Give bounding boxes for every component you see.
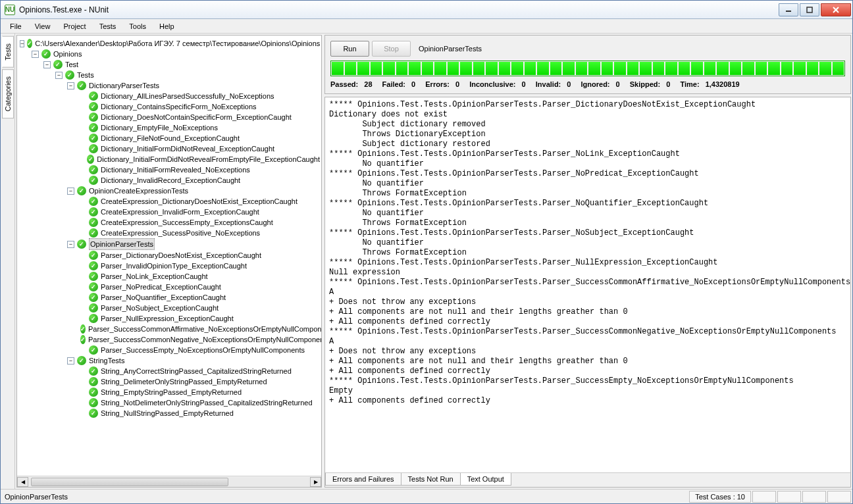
- expander-icon[interactable]: −: [32, 51, 39, 58]
- tree-node[interactable]: Parser_NoLink_ExceptionCaught: [79, 271, 320, 282]
- menu-tools[interactable]: Tools: [122, 21, 153, 32]
- stop-button[interactable]: Stop: [372, 41, 411, 57]
- tree-node[interactable]: Dictionary_InitialFormRevealed_NoExcepti…: [79, 164, 320, 175]
- tree-node[interactable]: −OpinionCreateExpressionTests: [67, 186, 320, 196]
- tree-node[interactable]: Parser_SuccessEmpty_NoExceptionsOrEmptyN…: [79, 345, 320, 355]
- tree-label[interactable]: Parser_DictionaryDoesNotExist_ExceptionC…: [101, 250, 261, 261]
- tree-node[interactable]: −DictionaryParserTests: [67, 80, 320, 91]
- scroll-thumb[interactable]: [31, 478, 228, 486]
- text-output[interactable]: ***** Opinions.Test.Tests.OpinionParserT…: [325, 97, 850, 472]
- tree-node[interactable]: Parser_NoSubject_ExceptionCaught: [79, 303, 320, 313]
- sidetab-tests[interactable]: Tests: [2, 36, 14, 68]
- tree-node[interactable]: Dictionary_InitialFormDidNotRevealFromEm…: [79, 154, 320, 164]
- menu-project[interactable]: Project: [57, 21, 92, 32]
- tree-label[interactable]: Parser_NoPredicat_ExceptionCaught: [101, 282, 221, 292]
- tree-label[interactable]: Dictionary_EmptyFile_NoExceptions: [101, 122, 218, 133]
- maximize-button[interactable]: [800, 3, 819, 16]
- menu-tests[interactable]: Tests: [93, 21, 123, 32]
- tree-node[interactable]: Dictionary_InvalidRecord_ExceptionCaught: [79, 175, 320, 186]
- minimize-button[interactable]: [779, 3, 798, 16]
- tree-node[interactable]: String_DelimeterOnlyStringPassed_EmptyRe…: [79, 376, 320, 387]
- tree-label[interactable]: String_DelimeterOnlyStringPassed_EmptyRe…: [101, 376, 267, 387]
- tree-node[interactable]: Parser_NoPredicat_ExceptionCaught: [79, 282, 320, 292]
- tree-node[interactable]: Dictionary_DoesNotContainSpecificForm_Ex…: [79, 112, 320, 122]
- tree-label[interactable]: CreateExpression_SuccessEmpty_Exceptions…: [101, 217, 273, 228]
- tree-label[interactable]: Test: [65, 59, 78, 70]
- tree-node[interactable]: Dictionary_InitialFormDidNotReveal_Excep…: [79, 143, 320, 154]
- tree-node[interactable]: Parser_SuccessCommonAffirmative_NoExcept…: [79, 324, 320, 334]
- menu-file[interactable]: File: [3, 21, 28, 32]
- tree-label[interactable]: Tests: [77, 70, 94, 80]
- tree-node[interactable]: Dictionary_EmptyFile_NoExceptions: [79, 122, 320, 133]
- expander-icon[interactable]: −: [67, 188, 74, 195]
- tree-label[interactable]: Parser_NoLink_ExceptionCaught: [101, 271, 208, 282]
- tree-label[interactable]: Dictionary_InitialFormDidNotRevealFromEm…: [97, 154, 320, 164]
- tree-label[interactable]: Dictionary_FileNotFound_ExceptionCaught: [101, 133, 240, 143]
- tree-label[interactable]: Parser_SuccessCommonAffirmative_NoExcept…: [88, 324, 321, 334]
- tree-label[interactable]: CreateExpression_DictionaryDoesNotExist_…: [101, 196, 297, 207]
- sidetab-categories[interactable]: Categories: [2, 69, 14, 118]
- tree-node[interactable]: −OpinionParserTests: [67, 238, 320, 250]
- tree-node[interactable]: CreateExpression_SucessPositive_NoExcept…: [79, 228, 320, 238]
- expander-icon[interactable]: −: [67, 82, 74, 89]
- tree-label[interactable]: String_NotDelimeterOnlyStringPassed_Capi…: [101, 397, 313, 408]
- tree-node[interactable]: Dictionary_ContainsSpecificForm_NoExcept…: [79, 101, 320, 112]
- scroll-left-icon[interactable]: ◀: [17, 477, 28, 487]
- tree-node[interactable]: String_EmptyStringPassed_EmptyReturned: [79, 387, 320, 397]
- tree-label[interactable]: Dictionary_AllLinesParsedSuccessfully_No…: [101, 91, 274, 101]
- expander-icon[interactable]: −: [43, 61, 51, 68]
- tree-label[interactable]: Opinions: [53, 49, 82, 59]
- tree-node[interactable]: Parser_NoQuantifier_ExceptionCaught: [79, 292, 320, 303]
- tree-node[interactable]: −Opinions: [32, 49, 320, 59]
- tree-label[interactable]: String_EmptyStringPassed_EmptyReturned: [101, 387, 242, 397]
- scroll-track[interactable]: [28, 477, 310, 487]
- menu-view[interactable]: View: [28, 21, 57, 32]
- tree-node[interactable]: −C:\Users\Alexander\Desktop\Работа ИГЭУ.…: [20, 38, 320, 49]
- test-tree[interactable]: −C:\Users\Alexander\Desktop\Работа ИГЭУ.…: [17, 36, 321, 476]
- run-button[interactable]: Run: [330, 41, 369, 57]
- tree-node[interactable]: Parser_InvalidOpinionType_ExceptionCaugh…: [79, 261, 320, 271]
- tree-node[interactable]: Parser_DictionaryDoesNotExist_ExceptionC…: [79, 250, 320, 261]
- tree-node[interactable]: String_AnyCorrectStringPassed_Capitalize…: [79, 366, 320, 376]
- tree-label[interactable]: Dictionary_DoesNotContainSpecificForm_Ex…: [101, 112, 292, 122]
- tree-label[interactable]: DictionaryParserTests: [89, 80, 159, 91]
- tab-text-output[interactable]: Text Output: [460, 473, 511, 486]
- tree-node[interactable]: CreateExpression_InvalidForm_ExceptionCa…: [79, 207, 320, 217]
- tree-label[interactable]: Parser_SuccessEmpty_NoExceptionsOrEmptyN…: [101, 345, 305, 355]
- tree-node[interactable]: Dictionary_AllLinesParsedSuccessfully_No…: [79, 91, 320, 101]
- tree-label[interactable]: Dictionary_InvalidRecord_ExceptionCaught: [101, 175, 240, 186]
- tree-label[interactable]: OpinionParserTests: [89, 238, 155, 250]
- tree-node[interactable]: −Tests: [55, 70, 320, 80]
- tree-hscrollbar[interactable]: ◀ ▶: [17, 476, 321, 487]
- expander-icon[interactable]: −: [20, 40, 24, 47]
- tree-label[interactable]: Dictionary_ContainsSpecificForm_NoExcept…: [101, 101, 257, 112]
- tree-label[interactable]: CreateExpression_SucessPositive_NoExcept…: [101, 228, 260, 238]
- tree-label[interactable]: Parser_SuccessCommonNegative_NoException…: [88, 334, 321, 345]
- expander-icon[interactable]: −: [55, 72, 63, 79]
- menu-help[interactable]: Help: [153, 21, 181, 32]
- tree-node[interactable]: Parser_SuccessCommonNegative_NoException…: [79, 334, 320, 345]
- tree-label[interactable]: Parser_NoQuantifier_ExceptionCaught: [101, 292, 226, 303]
- tree-label[interactable]: CreateExpression_InvalidForm_ExceptionCa…: [101, 207, 259, 217]
- tree-node[interactable]: −StringTests: [67, 355, 320, 366]
- tab-errors-failures[interactable]: Errors and Failures: [325, 473, 401, 486]
- tree-node[interactable]: Parser_NullExpression_ExceptionCaught: [79, 313, 320, 324]
- tree-node[interactable]: CreateExpression_DictionaryDoesNotExist_…: [79, 196, 320, 207]
- tree-node[interactable]: String_NullStringPassed_EmptyReturned: [79, 408, 320, 418]
- tree-node[interactable]: String_NotDelimeterOnlyStringPassed_Capi…: [79, 397, 320, 408]
- expander-icon[interactable]: −: [67, 241, 74, 248]
- close-button[interactable]: [821, 3, 851, 16]
- tree-label[interactable]: Parser_InvalidOpinionType_ExceptionCaugh…: [101, 261, 247, 271]
- tree-label[interactable]: OpinionCreateExpressionTests: [89, 186, 188, 196]
- tree-label[interactable]: StringTests: [89, 355, 124, 366]
- scroll-right-icon[interactable]: ▶: [310, 477, 321, 487]
- tab-tests-not-run[interactable]: Tests Not Run: [401, 473, 461, 486]
- tree-label[interactable]: Dictionary_InitialFormDidNotReveal_Excep…: [101, 143, 274, 154]
- tree-node[interactable]: Dictionary_FileNotFound_ExceptionCaught: [79, 133, 320, 143]
- tree-label[interactable]: C:\Users\Alexander\Desktop\Работа ИГЭУ. …: [35, 38, 320, 49]
- tree-node[interactable]: CreateExpression_SuccessEmpty_Exceptions…: [79, 217, 320, 228]
- tree-label[interactable]: Parser_NoSubject_ExceptionCaught: [101, 303, 219, 313]
- tree-label[interactable]: Dictionary_InitialFormRevealed_NoExcepti…: [101, 164, 250, 175]
- tree-label[interactable]: String_AnyCorrectStringPassed_Capitalize…: [101, 366, 292, 376]
- expander-icon[interactable]: −: [67, 357, 74, 365]
